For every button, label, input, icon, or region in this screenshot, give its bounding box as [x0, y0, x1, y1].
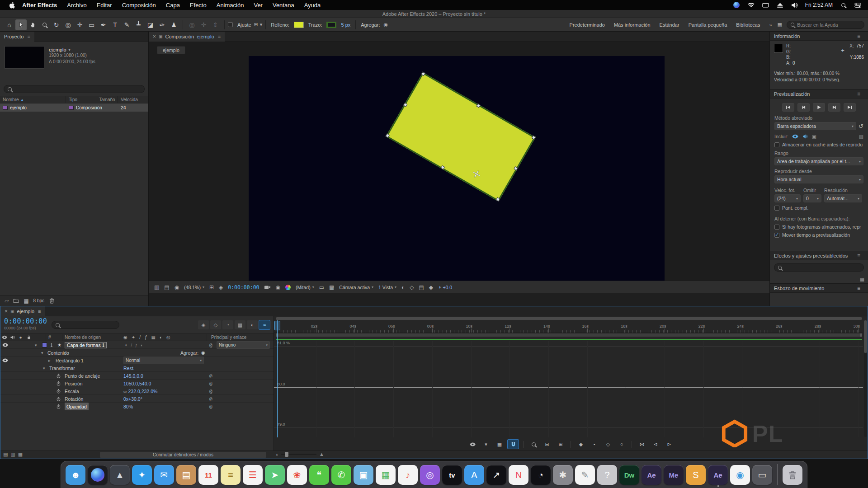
- menu-ventana[interactable]: Ventana: [268, 2, 299, 9]
- pan-camera-tool[interactable]: ✛: [198, 19, 209, 30]
- stored-frames-label[interactable]: Si hay fotogramas almacenados, repr: [782, 224, 861, 230]
- dock-contacts[interactable]: ▤: [176, 465, 196, 487]
- always-preview-icon[interactable]: ▥: [154, 285, 159, 290]
- fx-header-icon[interactable]: ƒ: [145, 335, 147, 340]
- work-area-bar[interactable]: [276, 333, 862, 337]
- dock-music[interactable]: ♪: [398, 465, 418, 487]
- include-video-icon[interactable]: [792, 134, 798, 139]
- layer-name[interactable]: Capa de formas 1: [65, 341, 107, 349]
- roi-icon[interactable]: ▭: [319, 285, 324, 290]
- current-time-indicator[interactable]: [274, 321, 280, 330]
- current-timecode[interactable]: 0:00:00:00: [4, 318, 47, 325]
- pickwhip-icon[interactable]: @: [209, 341, 212, 349]
- row-name[interactable]: ejemplo: [10, 105, 27, 110]
- expand-transfer-controls-icon[interactable]: ▥: [10, 452, 15, 457]
- pixel-aspect-icon[interactable]: ◐: [401, 285, 405, 290]
- project-search-box[interactable]: [4, 85, 145, 93]
- timeline-search-box[interactable]: [52, 321, 119, 329]
- dock-calendar[interactable]: 11: [198, 465, 218, 487]
- camera-tool[interactable]: ◎: [62, 19, 74, 30]
- comp-flow-icon[interactable]: ◆: [429, 285, 433, 290]
- pickwhip-icon[interactable]: @: [209, 380, 212, 387]
- dock-stocks[interactable]: ↗: [486, 465, 506, 487]
- draft-3d-icon[interactable]: ◇: [210, 320, 221, 329]
- eye-icon[interactable]: [2, 357, 8, 364]
- pickwhip-icon[interactable]: @: [209, 387, 212, 395]
- dock-siri[interactable]: [88, 465, 108, 487]
- panel-menu-icon[interactable]: ≡: [27, 34, 30, 39]
- panel-menu-icon[interactable]: ≡: [854, 285, 864, 291]
- dock-podcasts[interactable]: ◎: [420, 465, 440, 487]
- selection-handle[interactable]: [403, 103, 408, 107]
- graph-visibility-icon[interactable]: [467, 440, 478, 449]
- workspace-menu-icon[interactable]: ▦: [778, 22, 782, 28]
- graph-editor-icon[interactable]: ≈: [259, 320, 270, 329]
- column-tamano[interactable]: Tamaño: [96, 96, 118, 103]
- dock-safari[interactable]: ✦: [132, 465, 152, 487]
- interpret-footage-icon[interactable]: ▱: [5, 298, 9, 304]
- dock-news[interactable]: N: [509, 465, 528, 487]
- siri-icon[interactable]: [733, 1, 741, 9]
- dock-photos[interactable]: ❀: [287, 465, 307, 487]
- effects-search-input[interactable]: [784, 265, 860, 270]
- panel-menu-icon[interactable]: ≡: [854, 253, 864, 259]
- ease-out-icon[interactable]: ⊳: [664, 440, 675, 449]
- table-row-ejemplo[interactable]: ejemplo Composición 24: [0, 103, 148, 112]
- expander-icon[interactable]: ▾: [43, 364, 45, 372]
- menu-animacion[interactable]: Animación: [212, 2, 249, 9]
- shy-header-icon[interactable]: ◉: [123, 335, 127, 340]
- roto-brush-tool[interactable]: ✑: [156, 19, 168, 30]
- current-time-display[interactable]: 0:00:00:00: [228, 284, 259, 291]
- add-shape-button[interactable]: ◉: [201, 349, 205, 357]
- menu-editar[interactable]: Editar: [92, 2, 117, 9]
- dock-launchpad[interactable]: ▲: [110, 465, 130, 487]
- brush-tool[interactable]: ✎: [121, 19, 132, 30]
- reset-transform-link[interactable]: Rest.: [123, 364, 135, 372]
- value-graph[interactable]: 81.0 %80.079.0: [274, 341, 863, 437]
- group-name[interactable]: Transformar: [49, 364, 75, 372]
- dock-messages[interactable]: ❝: [309, 465, 329, 487]
- viewer-tab-ejemplo[interactable]: ejemplo: [157, 46, 185, 54]
- frame-blend-header-icon[interactable]: ▦: [151, 335, 155, 340]
- dock-media-encoder[interactable]: Me: [664, 465, 684, 487]
- play-button[interactable]: [813, 103, 825, 112]
- resolution-select[interactable]: (Mitad)▾: [296, 285, 314, 290]
- selection-handle[interactable]: [514, 166, 518, 171]
- apple-menu-icon[interactable]: [6, 2, 17, 9]
- hold-keyframe-icon[interactable]: ▪: [589, 440, 600, 449]
- menu-ayuda[interactable]: Ayuda: [299, 2, 326, 9]
- property-row-opacidad[interactable]: Opacidad80%@: [0, 403, 274, 410]
- layer-switches[interactable]: ✦/ƒ◐: [124, 341, 146, 349]
- dock-facetime[interactable]: ✆: [331, 465, 351, 487]
- auto-bezier-icon[interactable]: ○: [616, 440, 627, 449]
- expander-icon[interactable]: ▾: [41, 349, 43, 357]
- eye-icon[interactable]: [2, 341, 8, 349]
- group-row-transformar[interactable]: ▾ Transformar Rest.: [0, 364, 274, 372]
- trash-icon[interactable]: [49, 298, 55, 304]
- eject-icon[interactable]: [776, 1, 784, 9]
- toggle-switches-modes-button[interactable]: Conmutar definidores / modos: [100, 452, 266, 458]
- expander-icon[interactable]: ▾: [35, 341, 37, 349]
- volume-icon[interactable]: [791, 1, 798, 9]
- view-select[interactable]: 1 Vista▾: [378, 285, 396, 290]
- dock-sublime-text[interactable]: S: [686, 465, 706, 487]
- property-name[interactable]: Opacidad: [65, 403, 89, 410]
- zoom-tool[interactable]: [39, 19, 50, 30]
- close-tab-icon[interactable]: ×: [5, 308, 8, 314]
- graph-type-icon[interactable]: ▾: [481, 440, 491, 449]
- shared-view-icon[interactable]: ◉: [175, 285, 179, 290]
- pickwhip-icon[interactable]: @: [209, 403, 212, 410]
- property-value[interactable]: 145.0,0.0: [123, 373, 143, 379]
- dock-preview[interactable]: ▣: [354, 465, 373, 487]
- resolution-select[interactable]: Automát...▾: [824, 194, 862, 202]
- menu-composicion[interactable]: Composición: [117, 2, 161, 9]
- dock-chrome[interactable]: ◉: [730, 465, 750, 487]
- fill-color-swatch[interactable]: [294, 22, 304, 28]
- column-parent-link[interactable]: Principal y enlace: [211, 334, 246, 341]
- property-row-rotacion[interactable]: Rotación0x+30.0°@: [0, 395, 274, 403]
- column-source-name[interactable]: Nombre de origen: [65, 334, 101, 341]
- exposure-control[interactable]: ◑+0.0: [438, 285, 452, 290]
- reset-shortcut-icon[interactable]: ↺: [859, 123, 863, 130]
- eraser-tool[interactable]: ◪: [145, 19, 156, 30]
- wifi-icon[interactable]: [747, 1, 755, 9]
